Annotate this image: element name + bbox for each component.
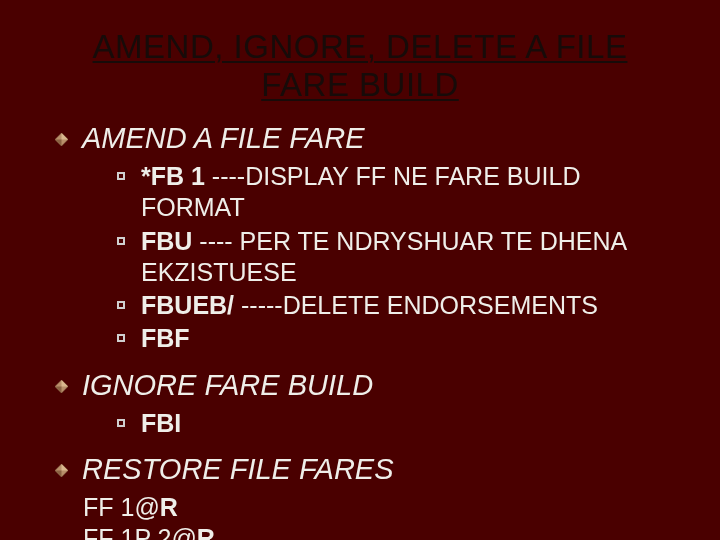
diamond-bullet-icon: [55, 133, 68, 146]
section-label: RESTORE FILE FARES: [82, 453, 394, 486]
list-item: FBI: [117, 408, 665, 439]
slide-title: AMEND, IGNORE, DELETE A FILE FARE BUILD: [55, 28, 665, 104]
square-bullet-icon: [117, 301, 125, 309]
diamond-bullet-icon: [55, 380, 68, 393]
list-item: FBF: [117, 323, 665, 354]
square-bullet-icon: [117, 172, 125, 180]
item-text: *FB 1 ----DISPLAY FF NE FARE BUILD FORMA…: [141, 161, 665, 224]
square-bullet-icon: [117, 419, 125, 427]
list-item: FBUEB/ -----DELETE ENDORSEMENTS: [117, 290, 665, 321]
list-item: FBU ---- PER TE NDRYSHUAR TE DHENA EKZIS…: [117, 226, 665, 289]
plain-item: FF 1@R: [83, 492, 665, 523]
item-text: FBI: [141, 408, 181, 439]
title-wrap: AMEND, IGNORE, DELETE A FILE FARE BUILD: [55, 28, 665, 104]
list-item: *FB 1 ----DISPLAY FF NE FARE BUILD FORMA…: [117, 161, 665, 224]
slide: AMEND, IGNORE, DELETE A FILE FARE BUILD …: [0, 0, 720, 540]
diamond-bullet-icon: [55, 464, 68, 477]
plain-list-restore: FF 1@R FF 1P 2@R: [83, 492, 665, 540]
section-label: IGNORE FARE BUILD: [82, 369, 373, 402]
plain-item: FF 1P 2@R: [83, 523, 665, 540]
section-label: AMEND A FILE FARE: [82, 122, 365, 155]
item-text: FBUEB/ -----DELETE ENDORSEMENTS: [141, 290, 598, 321]
square-bullet-icon: [117, 237, 125, 245]
section-restore: RESTORE FILE FARES: [55, 453, 665, 486]
sub-list-ignore: FBI: [117, 408, 665, 439]
sub-list-amend: *FB 1 ----DISPLAY FF NE FARE BUILD FORMA…: [117, 161, 665, 355]
square-bullet-icon: [117, 334, 125, 342]
section-ignore: IGNORE FARE BUILD: [55, 369, 665, 402]
item-text: FBF: [141, 323, 190, 354]
section-amend: AMEND A FILE FARE: [55, 122, 665, 155]
item-text: FBU ---- PER TE NDRYSHUAR TE DHENA EKZIS…: [141, 226, 665, 289]
